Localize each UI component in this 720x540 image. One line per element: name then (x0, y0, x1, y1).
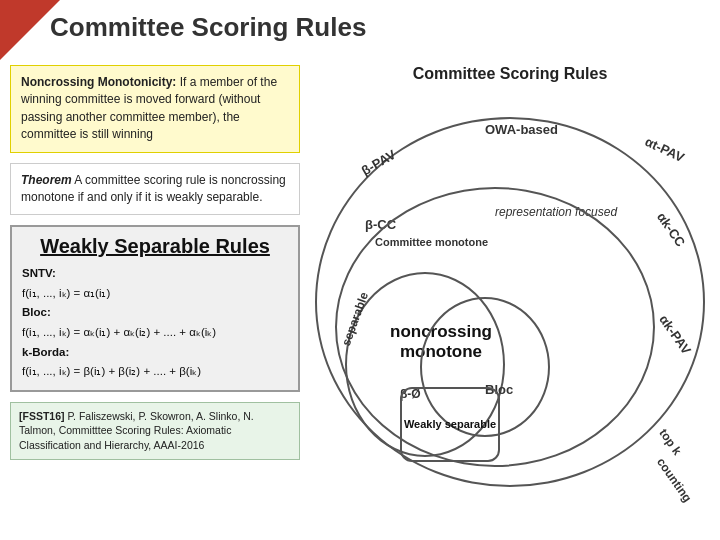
counting-label: counting (654, 455, 695, 505)
sntv-formula: f(i₁, ..., iₖ) = α₁(i₁) (22, 287, 110, 299)
weakly-separable-ellipse: Weakly separable (400, 387, 500, 462)
weakly-separable-label: Weakly separable (404, 417, 496, 431)
right-diagram: Committee Scoring Rules OWA-based β-PAV … (305, 65, 715, 525)
bloc-formula: f(i₁, ..., iₖ) = αₖ(i₁) + αₖ(i₂) + .... … (22, 326, 216, 338)
cm-label: Committee monotone (375, 235, 488, 249)
atpav-label: αt-PAV (642, 134, 686, 165)
kborda-label: k-Borda: (22, 346, 69, 358)
bloc-label: Bloc: (22, 306, 51, 318)
noncrossing-monotonicity-box: Noncrossing Monotonicity: If a member of… (10, 65, 300, 153)
theorem-box: Theorem A committee scoring rule is nonc… (10, 163, 300, 216)
citation-box: [FSST16] P. Faliszewski, P. Skowron, A. … (10, 402, 300, 460)
sntv-label: SNTV: (22, 267, 56, 279)
noncrossing-label: Noncrossing Monotonicity: (21, 75, 176, 89)
topk-label: top k (657, 426, 685, 458)
theorem-label: Theorem (21, 173, 72, 187)
weakly-separable-box: Weakly Separable Rules SNTV: f(i₁, ..., … (10, 225, 300, 391)
venn-diagram: OWA-based β-PAV αt-PAV β-CC representati… (305, 87, 715, 507)
left-column: Noncrossing Monotonicity: If a member of… (10, 65, 300, 460)
page-title: Committee Scoring Rules (50, 12, 366, 43)
weakly-separable-title: Weakly Separable Rules (22, 235, 288, 258)
kborda-formula: f(i₁, ..., iₖ) = β(i₁) + β(i₂) + .... + … (22, 365, 201, 377)
formulas: SNTV: f(i₁, ..., iₖ) = α₁(i₁) Bloc: f(i₁… (22, 264, 288, 381)
diagram-title: Committee Scoring Rules (305, 65, 715, 83)
citation-ref: [FSST16] (19, 410, 65, 422)
red-corner-decoration (0, 0, 60, 60)
